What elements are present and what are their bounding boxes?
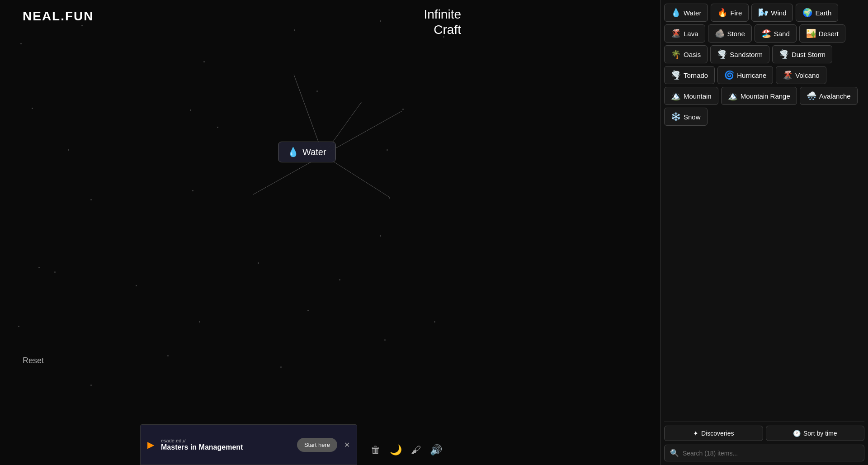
element-btn-stone[interactable]: 🪨Stone bbox=[708, 24, 752, 43]
star bbox=[294, 29, 295, 31]
reset-label: Reset bbox=[23, 356, 44, 365]
star bbox=[90, 384, 92, 386]
reset-button[interactable]: Reset bbox=[23, 356, 44, 365]
star bbox=[434, 321, 435, 323]
search-icon: 🔍 bbox=[670, 449, 679, 457]
discoveries-sort-bar: ✦ Discoveries 🕐 Sort by time bbox=[664, 426, 864, 441]
ad-banner: ▶ esade.edu/ Masters in Management Start… bbox=[140, 424, 357, 465]
element-btn-fire[interactable]: 🔥Fire bbox=[711, 4, 749, 22]
discoveries-button[interactable]: ✦ Discoveries bbox=[664, 426, 763, 441]
star bbox=[389, 197, 390, 199]
element-emoji-dust-storm: 🌪️ bbox=[779, 49, 789, 59]
star bbox=[68, 149, 69, 151]
element-label-stone: Stone bbox=[727, 30, 745, 38]
sidebar: 💧Water🔥Fire🌬️Wind🌍Earth🌋Lava🪨Stone🏖️Sand… bbox=[660, 0, 868, 465]
element-btn-water[interactable]: 💧Water bbox=[664, 4, 708, 22]
element-emoji-tornado: 🌪️ bbox=[671, 70, 681, 80]
star bbox=[258, 262, 259, 264]
volume-button[interactable]: 🔊 bbox=[430, 444, 442, 456]
element-label-oasis: Oasis bbox=[684, 51, 701, 58]
element-btn-snow[interactable]: ❄️Snow bbox=[664, 108, 708, 126]
element-btn-dust-storm[interactable]: 🌪️Dust Storm bbox=[772, 45, 832, 63]
discoveries-icon: ✦ bbox=[693, 430, 698, 437]
element-label-snow: Snow bbox=[684, 113, 701, 121]
element-emoji-sandstorm: 🌪️ bbox=[717, 49, 727, 59]
star bbox=[199, 321, 200, 323]
star bbox=[339, 279, 340, 280]
discoveries-label: Discoveries bbox=[701, 430, 734, 437]
element-emoji-mountain-range: 🏔️ bbox=[728, 91, 738, 101]
element-btn-desert[interactable]: 🏜️Desert bbox=[799, 24, 845, 43]
ad-content: esade.edu/ Masters in Management bbox=[161, 438, 290, 451]
brush-button[interactable]: 🖌 bbox=[411, 444, 421, 456]
element-emoji-oasis: 🌴 bbox=[671, 49, 681, 59]
star bbox=[90, 199, 92, 200]
game-title-line1: Infinite bbox=[424, 7, 462, 22]
star bbox=[280, 366, 282, 368]
sort-button[interactable]: 🕐 Sort by time bbox=[766, 426, 865, 441]
element-label-dust-storm: Dust Storm bbox=[792, 51, 826, 58]
elements-grid: 💧Water🔥Fire🌬️Wind🌍Earth🌋Lava🪨Stone🏖️Sand… bbox=[660, 0, 868, 422]
element-emoji-volcano: 🌋 bbox=[783, 70, 793, 80]
star bbox=[384, 339, 386, 341]
element-btn-hurricane[interactable]: 🌀Hurricane bbox=[717, 66, 773, 84]
element-btn-mountain-range[interactable]: 🏔️Mountain Range bbox=[721, 87, 797, 105]
water-element-label: Water bbox=[302, 147, 326, 157]
star bbox=[18, 326, 19, 327]
element-btn-lava[interactable]: 🌋Lava bbox=[664, 24, 705, 43]
element-label-water: Water bbox=[684, 9, 701, 17]
element-btn-earth[interactable]: 🌍Earth bbox=[796, 4, 838, 22]
star bbox=[190, 109, 191, 111]
game-title-line2: Craft bbox=[424, 22, 462, 38]
ad-title: Masters in Management bbox=[161, 443, 290, 451]
water-element-emoji: 💧 bbox=[288, 147, 299, 157]
element-label-desert: Desert bbox=[819, 30, 839, 38]
element-emoji-wind: 🌬️ bbox=[758, 8, 768, 18]
game-title: Infinite Craft bbox=[424, 7, 462, 37]
element-label-lava: Lava bbox=[684, 30, 698, 38]
connection-lines bbox=[0, 0, 479, 465]
element-label-avalanche: Avalanche bbox=[819, 92, 851, 100]
element-btn-volcano[interactable]: 🌋Volcano bbox=[776, 66, 826, 84]
element-emoji-earth: 🌍 bbox=[802, 8, 812, 18]
search-bar[interactable]: 🔍 bbox=[664, 445, 864, 461]
star bbox=[192, 190, 193, 191]
element-btn-tornado[interactable]: 🌪️Tornado bbox=[664, 66, 715, 84]
element-btn-avalanche[interactable]: 🌨️Avalanche bbox=[800, 87, 858, 105]
element-btn-wind[interactable]: 🌬️Wind bbox=[751, 4, 793, 22]
element-btn-sandstorm[interactable]: 🌪️Sandstorm bbox=[710, 45, 769, 63]
element-label-sandstorm: Sandstorm bbox=[730, 51, 763, 58]
element-emoji-hurricane: 🌀 bbox=[724, 70, 734, 80]
element-emoji-desert: 🏜️ bbox=[806, 28, 816, 38]
element-label-mountain-range: Mountain Range bbox=[741, 92, 790, 100]
star bbox=[380, 20, 381, 22]
element-btn-mountain[interactable]: 🏔️Mountain bbox=[664, 87, 718, 105]
star bbox=[307, 310, 309, 311]
dark-mode-button[interactable]: 🌙 bbox=[390, 444, 402, 456]
ad-arrow-icon: ▶ bbox=[147, 439, 154, 450]
element-emoji-avalanche: 🌨️ bbox=[807, 91, 816, 101]
element-label-hurricane: Hurricane bbox=[737, 71, 766, 79]
element-label-mountain: Mountain bbox=[684, 92, 712, 100]
element-emoji-snow: ❄️ bbox=[671, 112, 681, 122]
element-emoji-water: 💧 bbox=[671, 8, 681, 18]
canvas-water-element[interactable]: 💧 Water bbox=[278, 142, 336, 162]
ad-close-button[interactable]: ✕ bbox=[344, 441, 350, 449]
star bbox=[38, 267, 40, 268]
ad-cta-button[interactable]: Start here bbox=[297, 438, 337, 452]
element-label-tornado: Tornado bbox=[684, 71, 708, 79]
element-emoji-sand: 🏖️ bbox=[761, 28, 771, 38]
star bbox=[316, 90, 318, 92]
element-btn-sand[interactable]: 🏖️Sand bbox=[755, 24, 797, 43]
star bbox=[402, 109, 404, 110]
element-btn-oasis[interactable]: 🌴Oasis bbox=[664, 45, 708, 63]
logo: NEAL.FUN bbox=[23, 9, 94, 24]
search-input[interactable] bbox=[683, 450, 859, 457]
element-label-earth: Earth bbox=[815, 9, 831, 17]
star bbox=[380, 235, 381, 237]
sort-icon: 🕐 bbox=[793, 430, 801, 437]
canvas-area: NEAL.FUN Infinite Craft 💧 Water Reset 🗑 … bbox=[0, 0, 479, 465]
trash-button[interactable]: 🗑 bbox=[371, 444, 381, 456]
element-emoji-fire: 🔥 bbox=[717, 8, 727, 18]
element-label-sand: Sand bbox=[774, 30, 790, 38]
